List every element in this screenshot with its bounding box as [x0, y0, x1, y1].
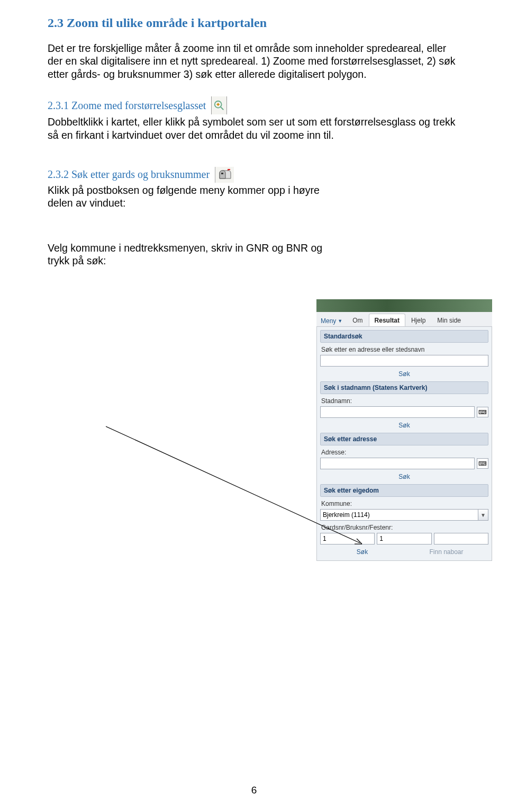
section-adresse: Søk etter adresse: [320, 433, 488, 445]
subsection-body-232a: Klikk på postboksen og følgende meny kom…: [48, 184, 323, 210]
intro-paragraph: Det er tre forskjellige måter å zoome in…: [48, 42, 460, 81]
menu-dropdown[interactable]: Meny ▼: [316, 315, 347, 326]
input-stadnamn[interactable]: [320, 406, 475, 418]
input-bruksnr[interactable]: [377, 533, 431, 545]
sok-button-4[interactable]: Søk: [320, 547, 404, 557]
section-standardsok: Standardsøk: [320, 330, 488, 343]
finn-naboar-button[interactable]: Finn naboar: [404, 547, 488, 557]
subsection-title-232: 2.3.2 Søk etter gards og bruksnummer: [48, 168, 210, 181]
keyboard-icon[interactable]: ⌨: [477, 407, 488, 417]
select-caret-icon[interactable]: ▼: [478, 509, 488, 521]
search-panel-screenshot: Meny ▼ Om Resultat Hjelp Min side Standa…: [316, 299, 492, 561]
select-kommune[interactable]: [320, 509, 478, 521]
svg-rect-6: [228, 169, 230, 170]
input-festenr[interactable]: [434, 533, 488, 545]
svg-rect-4: [221, 173, 223, 174]
subsection-title-231: 2.3.1 Zoome med forstørrelsesglasset: [48, 100, 206, 112]
section-eigedom: Søk etter eigedom: [320, 484, 488, 497]
panel-tabbar: Meny ▼ Om Resultat Hjelp Min side: [316, 312, 492, 327]
tab-resultat[interactable]: Resultat: [369, 314, 405, 326]
input-adresse[interactable]: [320, 458, 475, 469]
svg-line-1: [221, 107, 224, 110]
input-gardsnr[interactable]: [320, 533, 375, 545]
tab-minside[interactable]: Min side: [431, 314, 467, 326]
menu-label: Meny: [321, 317, 336, 325]
keyboard-icon-2[interactable]: ⌨: [477, 458, 488, 469]
sok-button-2[interactable]: Søk: [388, 420, 420, 431]
sok-button-3[interactable]: Søk: [388, 471, 420, 482]
label-kommune: Kommune:: [320, 499, 488, 509]
label-stadnamn: Stadnamn:: [320, 396, 488, 406]
mailbox-icon: [215, 167, 234, 183]
page-number: 6: [0, 784, 508, 796]
subsection-body-231: Dobbeltklikk i kartet, eller klikk på sy…: [48, 115, 460, 141]
tab-hjelp[interactable]: Hjelp: [405, 314, 431, 326]
label-std: Søk etter en adresse eller stedsnavn: [320, 345, 488, 355]
map-strip: [316, 299, 492, 312]
section-stadnamn: Søk i stadnamn (Statens Kartverk): [320, 381, 488, 394]
input-std[interactable]: [320, 355, 488, 367]
sok-button-1[interactable]: Søk: [388, 369, 420, 379]
tab-om[interactable]: Om: [347, 314, 368, 326]
label-gbf: Gardsnr/Bruksnr/Festenr:: [320, 523, 488, 533]
caret-down-icon: ▼: [338, 318, 342, 324]
section-title: 2.3 Zoom til ulike område i kartportalen: [48, 16, 460, 30]
label-adresse: Adresse:: [320, 448, 488, 458]
magnifier-plus-icon: [211, 96, 227, 114]
subsection-body-232b: Velg kommune i nedtrekksmenyen, skriv in…: [48, 242, 323, 267]
